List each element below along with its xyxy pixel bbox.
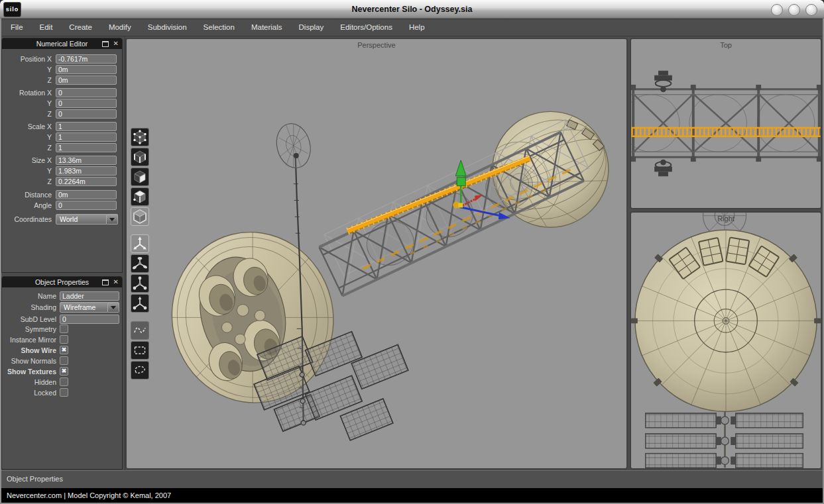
face-mode-button[interactable] [131,168,149,186]
rotation-x-input[interactable]: 0 [56,88,117,97]
rect-select-button[interactable] [131,341,149,360]
move-tool-icon [131,235,148,252]
solar-panels[interactable] [254,332,408,440]
dropdown-arrow-icon[interactable] [107,214,118,225]
scale-tool-icon [131,275,148,292]
label-scale-z: Z [48,143,52,152]
position-x-input[interactable]: -0.7617m [56,54,117,64]
menu-modify[interactable]: Modify [109,23,131,31]
scale-y-input[interactable]: 1 [56,132,117,142]
perspective-scene[interactable] [127,39,626,468]
shading-dropdown[interactable]: Wireframe [60,302,119,313]
subd-level-input[interactable]: 0 [60,315,119,324]
panel-title: Object Properties [35,278,89,286]
label-size-y: Y [47,166,52,176]
label-size-x: Size X [32,156,52,165]
label-shading: Shading [30,302,56,313]
multi-mode-icon [131,188,148,205]
close-button[interactable] [805,4,817,16]
paint-select-button[interactable] [131,321,149,340]
menu-editors-options[interactable]: Editors/Options [340,23,392,31]
lasso-select-button[interactable] [131,361,149,379]
symmetry-checkbox[interactable] [60,325,68,333]
label-angle: Angle [34,201,52,210]
perspective-viewport[interactable]: Perspective [125,38,628,470]
titlebar[interactable]: silo Nevercenter Silo - Odyssey.sia [0,0,824,19]
menu-selection[interactable]: Selection [204,23,235,31]
show-normals-checkbox[interactable] [60,356,68,365]
menu-bar: File Edit Create Modify Subdivision Sele… [0,19,824,36]
restore-icon[interactable] [102,279,109,285]
command-sphere-right[interactable] [631,230,821,411]
angle-input[interactable]: 0 [56,201,117,210]
hidden-checkbox[interactable] [60,378,68,386]
solar-panels-right[interactable] [646,411,803,468]
label-rotation-z: Z [48,109,52,119]
minimize-button[interactable] [771,4,783,16]
size-x-input[interactable]: 13.36m [56,156,117,165]
menu-create[interactable]: Create [69,23,92,31]
vertex-mode-button[interactable] [131,128,149,146]
scale-z-input[interactable]: 1 [56,143,117,152]
object-mode-button[interactable] [131,207,149,226]
right-scene[interactable] [631,213,821,468]
right-label: Right [631,215,821,223]
close-icon[interactable]: ✕ [113,39,119,48]
label-symmetry: Symmetry [25,325,56,334]
footer-bar: Nevercenter.com | Model Copyright © Kema… [0,488,824,504]
gizmo-center[interactable] [458,203,463,207]
size-z-input[interactable]: 0.2264m [56,177,117,186]
size-y-input[interactable]: 1.983m [56,166,117,176]
footer-text: Nevercenter.com | Model Copyright © Kema… [7,491,171,499]
label-rotation-x: Rotation X [19,88,52,97]
gizmo-y-handle[interactable] [457,177,465,186]
coordinates-dropdown[interactable]: World [56,214,118,225]
menu-edit[interactable]: Edit [40,23,53,31]
menu-file[interactable]: File [11,23,23,31]
edge-mode-icon [131,148,148,166]
dropdown-arrow-icon[interactable] [108,302,119,313]
universal-tool-button[interactable] [131,294,149,313]
rotate-tool-button[interactable] [131,254,149,273]
scale-tool-button[interactable] [131,274,149,293]
label-position-z: Z [48,76,52,85]
label-scale-x: Scale X [28,122,52,131]
rotation-y-input[interactable]: 0 [56,99,117,108]
multi-mode-button[interactable] [131,187,149,206]
gizmo-x-arrow[interactable] [475,195,483,201]
paint-select-icon [131,322,148,339]
position-z-input[interactable]: 0m [56,76,117,85]
menu-materials[interactable]: Materials [251,23,282,31]
right-viewport[interactable]: Right [630,211,822,470]
scale-x-input[interactable]: 1 [56,122,117,131]
maximize-button[interactable] [788,4,800,16]
distance-input[interactable]: 0m [56,190,117,199]
ladder-top-selected[interactable] [631,128,821,136]
top-scene[interactable] [631,39,821,208]
menu-subdivision[interactable]: Subdivision [148,23,187,31]
restore-icon[interactable] [102,41,109,47]
object-properties-titlebar[interactable]: Object Properties ✕ [2,277,122,287]
show-textures-checkbox[interactable]: ✖ [60,367,68,376]
status-bar: Object Properties [0,470,824,488]
edge-mode-button[interactable] [131,148,149,166]
spacecraft-model[interactable] [154,102,622,440]
move-tool-button[interactable] [131,234,149,253]
label-show-wire: Show Wire [21,346,56,355]
instance-mirror-checkbox[interactable] [60,335,68,344]
position-y-input[interactable]: 0m [56,65,117,74]
coordinates-value: World [56,214,107,225]
lasso-select-icon [131,362,148,379]
label-subd-level: SubD Level [21,315,56,324]
close-icon[interactable]: ✕ [113,277,119,287]
menu-display[interactable]: Display [299,23,324,31]
menu-help[interactable]: Help [409,23,425,31]
locked-checkbox[interactable] [60,388,68,397]
rotation-z-input[interactable]: 0 [56,109,117,119]
label-show-normals: Show Normals [11,356,56,366]
label-name: Name [38,291,56,301]
show-wire-checkbox[interactable]: ✖ [60,346,68,354]
numerical-editor-titlebar[interactable]: Numerical Editor ✕ [2,38,122,49]
name-input[interactable]: Ladder [60,291,119,301]
top-viewport[interactable]: Top [630,38,822,209]
